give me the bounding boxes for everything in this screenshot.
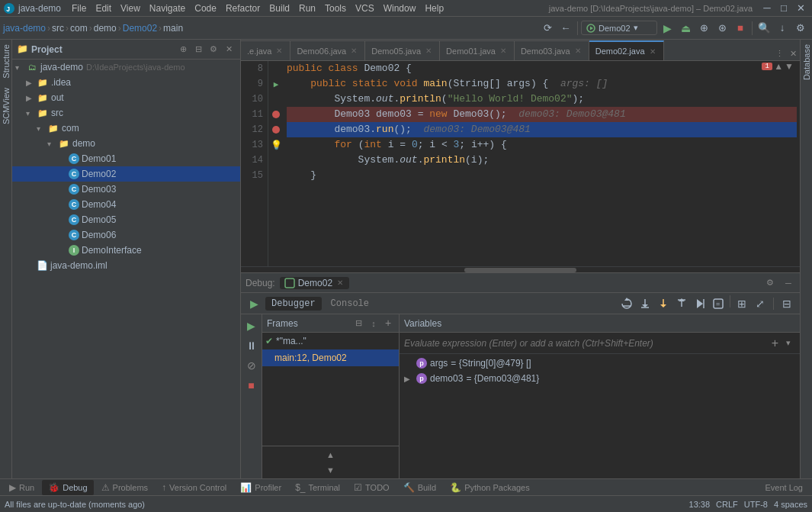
- menu-build[interactable]: Build: [265, 2, 294, 15]
- editor-split-button[interactable]: ⋮: [772, 47, 786, 60]
- editor-close-button[interactable]: ✕: [786, 47, 800, 60]
- breakpoint-12[interactable]: [272, 126, 280, 134]
- editor-scrollbar-h[interactable]: [241, 266, 800, 272]
- force-step-into-button[interactable]: [655, 295, 672, 312]
- tab-demo02[interactable]: Demo02.java ✕: [589, 40, 664, 60]
- debug-grid-button[interactable]: ⊞: [733, 295, 750, 312]
- tree-root[interactable]: ▾ 🗂 java-demo D:\IdeaProjects\java-demo: [12, 60, 240, 75]
- debug-subtab-console[interactable]: Console: [325, 297, 375, 311]
- tree-demo01[interactable]: ▶ C Demo01: [12, 151, 240, 166]
- debug-mute-button[interactable]: ⊘: [243, 357, 260, 374]
- scm-label[interactable]: SCMView: [0, 83, 12, 129]
- tree-demo06[interactable]: ▶ C Demo06: [12, 227, 240, 243]
- breadcrumb-part-project[interactable]: java-demo: [3, 23, 46, 34]
- step-into-button[interactable]: [637, 295, 653, 312]
- frames-scroll-up[interactable]: ▲: [324, 448, 338, 462]
- filter-frames-button[interactable]: ⊟: [351, 317, 365, 330]
- btab-problems[interactable]: ⚠ Problems: [95, 480, 154, 495]
- breadcrumb-part-demo[interactable]: demo: [94, 23, 117, 34]
- tree-idea[interactable]: ▶ 📁 .idea: [12, 75, 240, 90]
- debug-tab-item[interactable]: Demo02 ✕: [280, 277, 349, 289]
- btab-profiler[interactable]: 📊 Profiler: [234, 480, 287, 495]
- project-collapse-button[interactable]: ⊟: [191, 43, 205, 56]
- debug-restore-button[interactable]: ⤢: [752, 295, 769, 312]
- tree-demo05[interactable]: ▶ C Demo05: [12, 212, 240, 227]
- vcs-update-button[interactable]: ⟳: [539, 20, 556, 37]
- tab-demo03-close[interactable]: ✕: [573, 47, 583, 56]
- code-content-area[interactable]: 1 ▲ ▼ public class Demo02 { public stati…: [284, 61, 800, 266]
- btab-run[interactable]: ▶ Run: [3, 480, 40, 495]
- step-out-button[interactable]: [673, 295, 690, 312]
- code-line-14[interactable]: System.out.println(i);: [287, 153, 797, 168]
- menu-window[interactable]: Window: [379, 2, 421, 15]
- menu-refactor[interactable]: Refactor: [221, 2, 265, 15]
- watch-expand-button[interactable]: ▾: [782, 337, 795, 350]
- profile-button[interactable]: ⊛: [714, 20, 730, 37]
- breadcrumb-part-com[interactable]: com: [70, 23, 88, 34]
- bulb-icon[interactable]: 💡: [271, 140, 282, 151]
- tree-demo[interactable]: ▾ 📁 demo: [12, 136, 240, 151]
- coverage-button[interactable]: ⊕: [695, 20, 712, 37]
- gutter-12[interactable]: [268, 122, 284, 137]
- code-line-12[interactable]: demo03.run(); demo03: Demo03@481: [287, 122, 797, 137]
- debug-config-close[interactable]: ✕: [335, 279, 345, 288]
- gutter-9[interactable]: ▶: [268, 76, 284, 92]
- btab-todo[interactable]: ☑ TODO: [348, 480, 396, 495]
- menu-navigate[interactable]: Navigate: [145, 2, 190, 15]
- editor-scrollbar-thumb[interactable]: [464, 268, 576, 272]
- code-line-11[interactable]: Demo03 demo03 = new Demo03(); demo03: De…: [287, 107, 797, 122]
- debug-close-button[interactable]: ─: [782, 276, 795, 290]
- sort-frames-button[interactable]: ↕: [367, 317, 380, 330]
- run-configuration-selector[interactable]: Demo02 ▾: [581, 21, 657, 35]
- warning-up-button[interactable]: ▲: [774, 61, 783, 72]
- menu-file[interactable]: File: [67, 2, 91, 15]
- var-demo03-arrow[interactable]: ▶: [404, 375, 413, 383]
- debug-resume-button[interactable]: ▶: [246, 295, 262, 312]
- evaluate-input[interactable]: [404, 338, 769, 349]
- warning-down-button[interactable]: ▼: [785, 61, 794, 72]
- breadcrumb-part-src[interactable]: src: [52, 23, 64, 34]
- stop-button[interactable]: ■: [732, 20, 749, 37]
- tab-demo01[interactable]: Demo01.java ✕: [440, 40, 515, 60]
- navigate-back-button[interactable]: ←: [557, 20, 574, 37]
- tree-demointerface[interactable]: ▶ I DemoInterface: [12, 243, 240, 258]
- add-frame-button[interactable]: +: [382, 317, 394, 329]
- run-button[interactable]: ▶: [659, 20, 676, 37]
- project-locate-button[interactable]: ⊕: [176, 43, 190, 56]
- debug-run-button[interactable]: ⏏: [677, 20, 694, 37]
- tree-src[interactable]: ▾ 📁 src: [12, 105, 240, 121]
- menu-run[interactable]: Run: [294, 2, 320, 15]
- tab-demo06-close[interactable]: ✕: [349, 47, 358, 56]
- tree-demo04[interactable]: ▶ C Demo04: [12, 197, 240, 212]
- tree-demo02[interactable]: ▶ C Demo02: [12, 166, 240, 182]
- debug-settings-button[interactable]: ⚙: [763, 276, 777, 290]
- menu-help[interactable]: Help: [420, 2, 448, 15]
- var-args[interactable]: p args = {String[0]@479} []: [400, 356, 800, 371]
- breadcrumb-part-main[interactable]: main: [163, 23, 183, 34]
- btab-python[interactable]: 🐍 Python Packages: [444, 480, 536, 495]
- menu-vcs[interactable]: VCS: [351, 2, 379, 15]
- close-button[interactable]: ✕: [792, 0, 809, 17]
- status-encoding[interactable]: UTF-8: [744, 500, 768, 509]
- btab-terminal[interactable]: $_ Terminal: [289, 480, 346, 495]
- evaluate-button[interactable]: =: [710, 295, 727, 312]
- tab-demo05[interactable]: Demo05.java ✕: [365, 40, 440, 60]
- debug-pause-button[interactable]: ⏸: [243, 337, 260, 354]
- search-button[interactable]: 🔍: [756, 20, 772, 37]
- settings-button[interactable]: ⚙: [792, 20, 809, 37]
- tab-demo06[interactable]: Demo06.java ✕: [290, 40, 365, 60]
- var-demo03[interactable]: ▶ p demo03 = {Demo03@481}: [400, 371, 800, 386]
- tab-e-java-close[interactable]: ✕: [274, 47, 284, 56]
- breakpoint-11[interactable]: [272, 111, 280, 118]
- status-indent[interactable]: 4 spaces: [774, 500, 807, 509]
- frames-scroll-down[interactable]: ▼: [324, 463, 338, 477]
- add-watch-button[interactable]: +: [769, 337, 782, 350]
- btab-event-log[interactable]: Event Log: [759, 480, 809, 495]
- run-to-cursor-button[interactable]: [692, 295, 708, 312]
- code-line-15[interactable]: }: [287, 168, 797, 183]
- menu-tools[interactable]: Tools: [320, 2, 351, 15]
- frame-main[interactable]: main:12, Demo02: [262, 349, 399, 366]
- code-line-10[interactable]: System.out.println("Hello World! Demo02"…: [287, 92, 797, 107]
- maximize-button[interactable]: □: [775, 0, 792, 17]
- debug-subtab-debugger[interactable]: Debugger: [265, 297, 322, 311]
